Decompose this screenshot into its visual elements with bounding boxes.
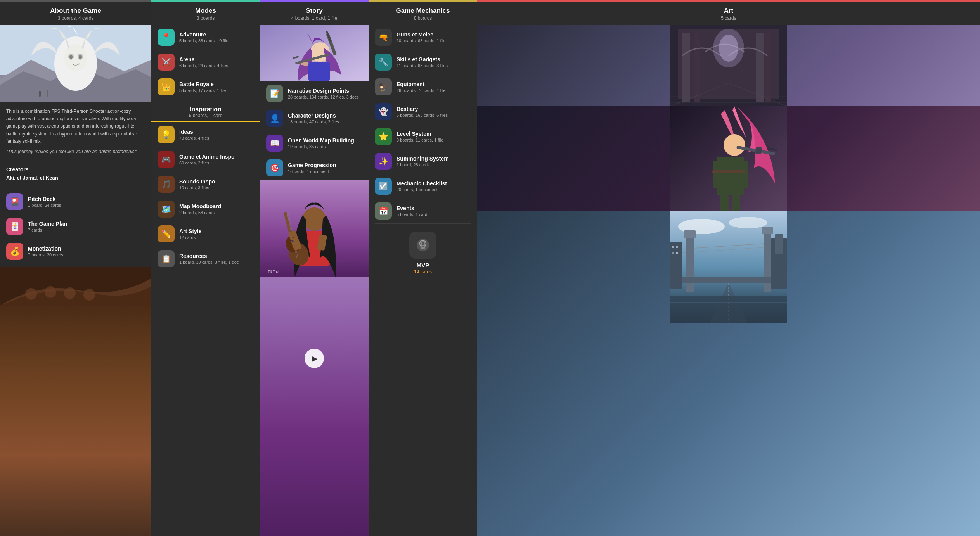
pitchdeck-icon: 🎴 bbox=[6, 193, 23, 210]
list-item-events[interactable]: 📅 Events 5 boards, 1 card bbox=[369, 199, 477, 223]
artstyle-meta: 12 cards bbox=[179, 235, 202, 240]
svg-rect-61 bbox=[755, 147, 762, 154]
art-image-1 bbox=[477, 25, 980, 106]
story-video-thumb[interactable]: TikTok ▶ bbox=[260, 180, 369, 536]
chardesigns-meta: 13 boards, 47 cards, 2 files bbox=[288, 119, 339, 124]
svg-point-68 bbox=[729, 217, 767, 228]
mechanicchecklist-icon: ☑️ bbox=[375, 178, 392, 195]
list-item-levelsystem[interactable]: ⭐ Level System 8 boards, 11 cards, 1 fil… bbox=[369, 124, 477, 149]
list-item-artstyle[interactable]: ✏️ Art Style 12 cards bbox=[151, 221, 260, 246]
ideas-meta: 73 cards, 4 files bbox=[179, 136, 209, 140]
list-item-skillsgadgets[interactable]: 🔧 Skills et Gadgets 11 boards, 63 cards,… bbox=[369, 50, 477, 74]
svg-rect-83 bbox=[672, 252, 674, 254]
about-header: About the Game 3 boards, 4 cards bbox=[0, 2, 151, 25]
svg-rect-47 bbox=[756, 33, 764, 102]
events-title: Events bbox=[397, 205, 428, 211]
svg-point-15 bbox=[64, 287, 76, 299]
svg-rect-64 bbox=[720, 195, 729, 211]
svg-rect-74 bbox=[684, 230, 696, 238]
openworldmap-icon: 📖 bbox=[266, 135, 283, 152]
story-subtitle: 4 boards, 1 card, 1 file bbox=[264, 16, 365, 21]
story-title: Story bbox=[264, 7, 365, 15]
list-item-soundsinspo[interactable]: 🎵 Sounds Inspo 10 cards, 3 files bbox=[151, 172, 260, 197]
soundsinspo-icon: 🎵 bbox=[158, 176, 175, 193]
list-item-battleroyale[interactable]: 👑 Battle Royale 5 boards, 17 cards, 1 fi… bbox=[151, 74, 260, 99]
levelsystem-meta: 8 boards, 11 cards, 1 file bbox=[397, 138, 443, 142]
mechanics-header: Game Mechanics 8 boards bbox=[369, 2, 477, 25]
mechanicchecklist-title: Mechanic Checklist bbox=[397, 180, 447, 187]
pitchdeck-title: Pitch Deck bbox=[28, 196, 61, 202]
list-item-equipment[interactable]: 🦅 Equipment 26 boards, 70 cards, 1 file bbox=[369, 74, 477, 99]
gameprogression-icon: 🎯 bbox=[266, 159, 283, 176]
gunsmelee-icon: 🔫 bbox=[375, 29, 392, 46]
column-modes: Modes 3 boards 📍 Adventure 5 boards, 88 … bbox=[151, 0, 260, 536]
list-item-resources[interactable]: 📋 Resources 1 board, 10 cards, 3 files, … bbox=[151, 246, 260, 271]
list-item-monetization[interactable]: 💰 Monetization 7 boards, 20 cards bbox=[0, 239, 151, 264]
levelsystem-icon: ⭐ bbox=[375, 128, 392, 145]
summoningsystem-title: Summoning System bbox=[397, 156, 449, 162]
about-items-list: 🎴 Pitch Deck 1 board, 24 cards 🃏 The Gam… bbox=[0, 186, 151, 267]
monetization-icon: 💰 bbox=[6, 243, 23, 260]
arena-title: Arena bbox=[179, 56, 228, 62]
resources-title: Resources bbox=[179, 253, 239, 259]
arena-icon: ⚔️ bbox=[158, 54, 175, 71]
svg-rect-10 bbox=[39, 91, 41, 97]
list-item-mvp[interactable]: MVP 14 cards bbox=[369, 224, 477, 281]
gameprogression-title: Game Progression bbox=[288, 162, 336, 168]
art-title: Art bbox=[481, 7, 976, 15]
ideas-title: Ideas bbox=[179, 129, 209, 135]
svg-rect-76 bbox=[762, 227, 773, 234]
svg-rect-77 bbox=[670, 277, 787, 283]
list-item-narrativedesign[interactable]: 📝 Narrative Design Points 28 boards, 134… bbox=[260, 81, 369, 106]
bestiary-meta: 6 boards, 163 cards, 6 files bbox=[397, 113, 448, 118]
svg-rect-82 bbox=[676, 246, 678, 248]
list-item-ideas[interactable]: 💡 Ideas 73 cards, 4 files bbox=[151, 122, 260, 147]
gameplan-meta: 7 cards bbox=[28, 228, 67, 232]
list-item-bestiary[interactable]: 👻 Bestiary 6 boards, 163 cards, 6 files bbox=[369, 99, 477, 124]
openworldmap-title: Open World Map Building bbox=[288, 137, 354, 144]
equipment-meta: 26 boards, 70 cards, 1 file bbox=[397, 88, 446, 93]
list-item-summoningsystem[interactable]: ✨ Summoning System 1 board, 28 cards bbox=[369, 149, 477, 174]
chardesigns-icon: 👤 bbox=[266, 110, 283, 127]
monetization-meta: 7 boards, 20 cards bbox=[28, 252, 63, 257]
battleroyale-meta: 5 boards, 17 cards, 1 file bbox=[179, 88, 226, 93]
list-item-gameaniminspo[interactable]: 🎮 Game et Anime Inspo 69 cards, 2 files bbox=[151, 147, 260, 172]
narrative-meta: 28 boards, 134 cards, 12 files, 3 docs bbox=[288, 95, 359, 99]
list-item-gunsmelee[interactable]: 🔫 Guns et Melee 10 boards, 63 cards, 1 f… bbox=[369, 25, 477, 50]
column-story: Story 4 boards, 1 card, 1 file bbox=[260, 0, 369, 536]
mvp-icon bbox=[409, 232, 436, 259]
soundsinspo-title: Sounds Inspo bbox=[179, 178, 215, 185]
monetization-title: Monetization bbox=[28, 246, 63, 252]
narrative-icon: 📝 bbox=[266, 85, 283, 102]
gameaniminspo-title: Game et Anime Inspo bbox=[179, 154, 235, 160]
list-item-openworldmap[interactable]: 📖 Open World Map Building 19 boards, 35 … bbox=[260, 131, 369, 156]
list-item-arena[interactable]: ⚔️ Arena 6 boards, 24 cards, 4 files bbox=[151, 50, 260, 74]
list-item-mapmoodboard[interactable]: 🗺️ Map Moodboard 2 boards, 58 cards bbox=[151, 197, 260, 221]
narrative-title: Narrative Design Points bbox=[288, 88, 359, 94]
svg-text:TikTok: TikTok bbox=[268, 270, 279, 274]
bestiary-title: Bestiary bbox=[397, 106, 448, 112]
list-item-chardesigns[interactable]: 👤 Character Designs 13 boards, 47 cards,… bbox=[260, 106, 369, 131]
list-item-gameplan[interactable]: 🃏 The Game Plan 7 cards bbox=[0, 214, 151, 239]
gameplan-icon: 🃏 bbox=[6, 218, 23, 235]
svg-point-14 bbox=[45, 286, 56, 298]
list-item-adventure[interactable]: 📍 Adventure 5 boards, 88 cards, 10 files bbox=[151, 25, 260, 50]
resources-icon: 📋 bbox=[158, 250, 175, 267]
svg-rect-58 bbox=[738, 161, 748, 188]
creators-section: Creators Aki, et Jamal, et Kean bbox=[0, 161, 151, 186]
column-about: About the Game 3 boards, 4 cards bbox=[0, 0, 151, 536]
list-item-pitchdeck[interactable]: 🎴 Pitch Deck 1 board, 24 cards bbox=[0, 189, 151, 214]
svg-rect-65 bbox=[732, 195, 740, 211]
play-button[interactable]: ▶ bbox=[305, 349, 324, 368]
list-item-gameprogression[interactable]: 🎯 Game Progression 16 cards, 1 document bbox=[260, 156, 369, 180]
mechanics-title: Game Mechanics bbox=[372, 7, 473, 15]
bestiary-icon: 👻 bbox=[375, 103, 392, 120]
events-icon: 📅 bbox=[375, 202, 392, 220]
about-subtitle: 3 boards, 4 cards bbox=[4, 16, 147, 21]
list-item-mechanicchecklist[interactable]: ☑️ Mechanic Checklist 20 cards, 1 docume… bbox=[369, 174, 477, 199]
adventure-title: Adventure bbox=[179, 31, 230, 38]
svg-rect-11 bbox=[47, 90, 48, 97]
inspiration-title: Inspiration bbox=[155, 106, 256, 113]
modes-title: Modes bbox=[155, 7, 256, 15]
soundsinspo-meta: 10 cards, 3 files bbox=[179, 185, 215, 190]
